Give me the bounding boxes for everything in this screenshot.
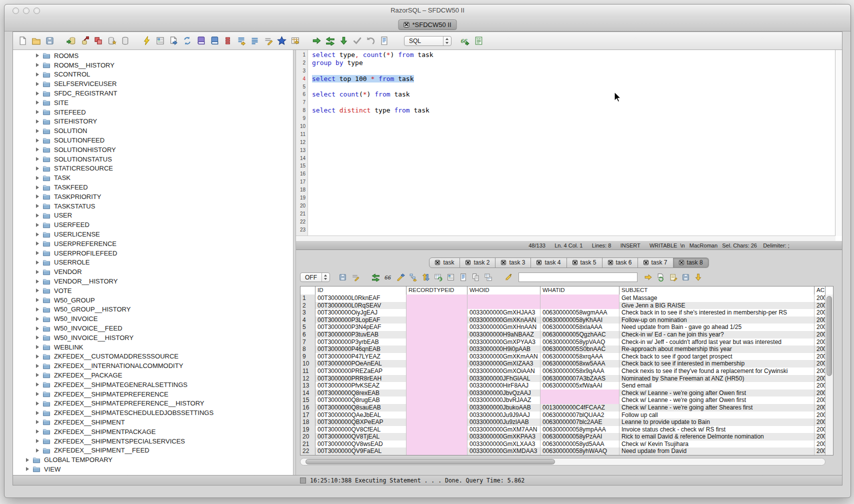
disclosure-triangle-icon[interactable] bbox=[36, 214, 39, 218]
table-cell[interactable]: 0013000000C4fFCAAZ bbox=[540, 404, 620, 412]
close-result-tab-icon[interactable] bbox=[501, 260, 506, 265]
sidebar-item-zkfedex-shipment-feed[interactable]: ZKFEDEX__SHIPMENT__FEED bbox=[13, 446, 293, 455]
table-cell[interactable]: 006300000058x9qAAA bbox=[540, 368, 620, 375]
sidebar-item-taskstatus[interactable]: TASKSTATUS bbox=[13, 202, 293, 211]
table-cell[interactable]: 0033000000GmXOiAAN bbox=[468, 368, 540, 375]
editor-line[interactable]: 3 bbox=[296, 67, 836, 75]
table-row[interactable]: 1700T3000000QAeJbEAL0033000000Ju9J9AAJ00… bbox=[300, 412, 825, 419]
execute-sql-icon[interactable] bbox=[311, 35, 322, 46]
table-cell[interactable]: Rick to email David & reference Delmonte… bbox=[620, 433, 814, 440]
table-cell[interactable] bbox=[406, 324, 468, 331]
list-export-icon[interactable] bbox=[236, 35, 247, 46]
table-cell[interactable]: 00630000005S0bnAAC bbox=[540, 346, 620, 353]
table-cell[interactable]: Check w/ Leanne - we're going after Owen… bbox=[620, 396, 814, 404]
table-cell[interactable]: 00630000005QgzhAAC bbox=[540, 331, 620, 338]
editor-line[interactable]: 5 bbox=[296, 83, 836, 91]
disclosure-triangle-icon[interactable] bbox=[36, 176, 39, 180]
table-cell[interactable]: 200 bbox=[814, 433, 825, 440]
table-cell[interactable] bbox=[406, 426, 468, 434]
sidebar-item-userprofilefeed[interactable]: USERPROFILEFEED bbox=[13, 248, 293, 258]
sidebar-item-weblink[interactable]: WEBLINK bbox=[13, 342, 293, 352]
close-result-tab-icon[interactable] bbox=[466, 260, 470, 265]
disclosure-triangle-icon[interactable] bbox=[36, 298, 39, 302]
table-cell[interactable]: 200 bbox=[814, 382, 825, 390]
disclosure-triangle-icon[interactable] bbox=[36, 439, 39, 443]
table-cell[interactable]: 00T3000000P3yrbEAB bbox=[316, 338, 406, 346]
table-cell[interactable]: 200 bbox=[814, 324, 825, 331]
table-row[interactable]: 1300T3000000PfvKSEAZ0033000000HirF8AAJ00… bbox=[300, 382, 825, 390]
table-cell[interactable] bbox=[406, 440, 468, 448]
disclosure-triangle-icon[interactable] bbox=[36, 54, 39, 58]
table-cell[interactable] bbox=[406, 375, 468, 382]
sort-columns-icon[interactable] bbox=[420, 272, 431, 282]
table-cell[interactable] bbox=[468, 302, 540, 310]
table-cell[interactable] bbox=[406, 368, 468, 375]
close-result-tab-icon[interactable] bbox=[608, 260, 613, 265]
table-cell[interactable]: 00T3000000Q8rexEAB bbox=[316, 390, 406, 397]
execute-fetch-icon[interactable] bbox=[338, 35, 350, 46]
table-cell[interactable]: 0033000000GmXLXAA3 bbox=[468, 440, 540, 448]
sidebar-item-zkfedex-shipmatescheduledjobssettings[interactable]: ZKFEDEX__SHIPMATESCHEDULEDJOBSSETTINGS bbox=[13, 408, 293, 418]
sidebar-item-zkfedex-internationalcommodity[interactable]: ZKFEDEX__INTERNATIONALCOMMODITY bbox=[13, 361, 293, 370]
editor-line[interactable]: 2group by type bbox=[296, 59, 836, 67]
table-row[interactable]: 600T3000000P3tuvEAB0033000000H9aNBAAZ006… bbox=[300, 331, 825, 338]
close-document-tab-icon[interactable] bbox=[404, 22, 409, 28]
table-cell[interactable] bbox=[540, 294, 620, 302]
table-cell[interactable] bbox=[406, 302, 468, 310]
table-cell[interactable]: 00T3000000QV8TjEAL bbox=[316, 433, 406, 440]
sidebar-item-userrole[interactable]: USERROLE bbox=[13, 258, 293, 268]
table-row[interactable]: 1900T3000000QV8CfEAL0033000000GmXM7AAN00… bbox=[300, 426, 825, 434]
sidebar-item-w50-invoice[interactable]: W50_INVOICE bbox=[13, 314, 293, 324]
go-arrow-icon[interactable] bbox=[643, 272, 654, 282]
sidebar-item-zkfedex-package[interactable]: ZKFEDEX__PACKAGE bbox=[13, 370, 293, 380]
title-bar[interactable]: RazorSQL – SFDCW50 II bbox=[4, 4, 850, 18]
result-tab-task-5[interactable]: task 5 bbox=[567, 258, 602, 268]
disclosure-triangle-icon[interactable] bbox=[36, 326, 39, 330]
editor-line[interactable]: 6select count(*) from task bbox=[296, 90, 836, 98]
table-cell[interactable]: 00T3000000QV8wsEAD bbox=[316, 440, 406, 448]
disclosure-triangle-icon[interactable] bbox=[36, 392, 39, 396]
disclosure-triangle-icon[interactable] bbox=[36, 336, 39, 340]
result-tab-task-7[interactable]: task 7 bbox=[638, 258, 674, 268]
column-header-SUBJECT[interactable]: SUBJECT bbox=[620, 286, 814, 294]
disclosure-triangle-icon[interactable] bbox=[36, 345, 39, 349]
editor-line[interactable]: 9 bbox=[296, 114, 836, 122]
table-cell[interactable]: 006300000058xrqAAA bbox=[540, 353, 620, 360]
table-cell[interactable]: Need update from Bain - gave go ahead 1/… bbox=[620, 324, 814, 331]
editor-line[interactable]: 12 bbox=[296, 138, 836, 146]
table-row[interactable]: 1800T3000000QBXPeEAP0033000000Ju9zlAAB00… bbox=[300, 418, 825, 426]
table-row[interactable]: 2000T3000000QV8TjEAL0033000000GmXKPAA300… bbox=[300, 433, 825, 440]
new-file-icon[interactable] bbox=[17, 35, 28, 46]
disclosure-triangle-icon[interactable] bbox=[36, 430, 39, 434]
table-cell[interactable]: Need update from David bbox=[620, 448, 814, 455]
table-row[interactable]: 700T3000000P3yrbEAB0033000000GmXPYAA3006… bbox=[300, 338, 825, 346]
table-cell[interactable]: Re-approach about membership this year bbox=[620, 346, 814, 353]
table-cell[interactable] bbox=[406, 390, 468, 397]
copy-table-red-icon[interactable] bbox=[92, 35, 104, 46]
horizontal-scroll-thumb[interactable] bbox=[306, 459, 555, 464]
sidebar-item-sitehistory[interactable]: SITEHISTORY bbox=[13, 117, 293, 126]
table-cell[interactable]: 200 bbox=[814, 440, 825, 448]
close-result-tab-icon[interactable] bbox=[435, 260, 440, 265]
disclosure-triangle-icon[interactable] bbox=[36, 280, 39, 284]
table-cell[interactable]: Leanne to provide update to Bain bbox=[620, 418, 814, 426]
form-view-icon[interactable] bbox=[446, 272, 456, 282]
disclosure-triangle-icon[interactable] bbox=[36, 100, 39, 104]
table-row[interactable]: 2200T3000000QV9FaEAL0033000000GmXMDAA300… bbox=[300, 448, 825, 455]
result-tab-task[interactable]: task bbox=[429, 258, 460, 268]
describe-quotes-icon[interactable]: 66 bbox=[383, 272, 394, 282]
reload-table-icon[interactable] bbox=[433, 272, 444, 282]
format-sql-icon[interactable] bbox=[262, 35, 274, 46]
table-cell[interactable]: 0033000000GmXMDAA3 bbox=[468, 448, 540, 455]
sidebar-item-selfserviceuser[interactable]: SELFSERVICEUSER bbox=[13, 79, 293, 88]
table-cell[interactable]: 006300000058xlaAAA bbox=[540, 324, 620, 331]
table-cell[interactable]: 0033000000H9aNBAAZ bbox=[468, 331, 540, 338]
table-cell[interactable]: 00T3000000PRR8rEAH bbox=[316, 375, 406, 382]
table-cell[interactable]: 200 bbox=[814, 316, 825, 324]
editor-line[interactable]: 10 bbox=[296, 122, 836, 130]
disclosure-triangle-icon[interactable] bbox=[36, 354, 39, 358]
table-cell[interactable]: 006300000058yd5AAA bbox=[540, 440, 620, 448]
table-cell[interactable]: 200 bbox=[814, 360, 825, 368]
table-cell[interactable]: 0033000000JbvRJAAZ bbox=[468, 396, 540, 404]
table-cell[interactable]: 00T3000000QBXPeEAP bbox=[316, 418, 406, 426]
